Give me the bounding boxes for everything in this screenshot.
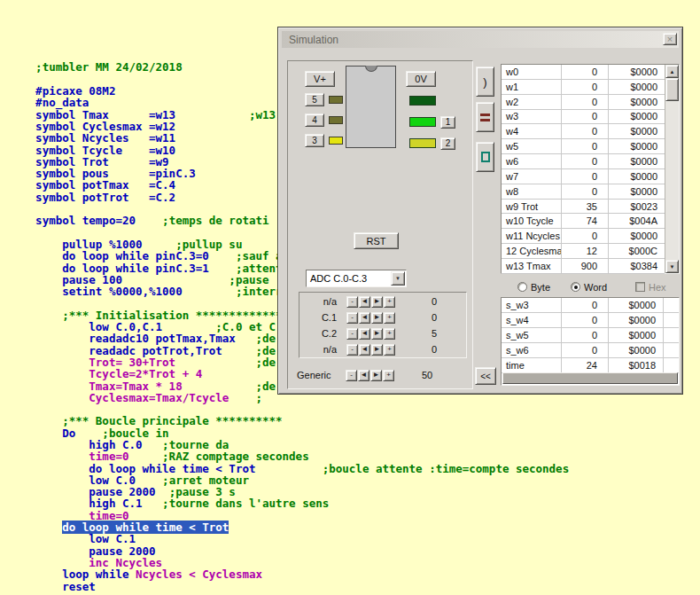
storage-row[interactable]: s_w3 0 $0000 <box>502 298 679 313</box>
adc-minus-button[interactable]: - <box>346 296 358 308</box>
code-line: Do ;boucle in <box>9 403 569 415</box>
adc-plus-button[interactable]: + <box>384 296 395 308</box>
code-segment: ;temps de rotati <box>136 214 269 227</box>
generic-plus-button[interactable]: + <box>383 370 394 381</box>
stop-button[interactable] <box>476 142 494 172</box>
horizontal-scrollbar[interactable] <box>502 372 678 384</box>
hex-label: Hex <box>649 282 666 293</box>
adc-minus-button[interactable]: - <box>346 312 358 324</box>
register-row[interactable]: w5 0 $0000 <box>502 139 665 154</box>
adc-minus-button[interactable]: - <box>346 344 358 356</box>
pin-led <box>329 137 343 145</box>
generic-label: Generic <box>297 370 337 380</box>
adc-plus-button[interactable]: + <box>384 328 395 340</box>
register-row[interactable]: w6 0 $0000 <box>502 154 665 169</box>
register-dec-value: 0 <box>562 139 609 153</box>
register-hex-value: $0000 <box>609 65 665 79</box>
storage-hex-value: $0000 <box>609 298 664 312</box>
generic-value: 50 <box>422 370 432 380</box>
chip-sim-panel: V+ 0V 5 4 3 1 <box>287 60 473 389</box>
run-button[interactable]: ) <box>476 67 494 97</box>
storage-dec-value: 0 <box>562 298 609 312</box>
storage-name: s_w4 <box>502 313 562 327</box>
generic-step-up-icon[interactable]: ► <box>370 370 382 381</box>
register-row[interactable]: w9 Trot 35 $0023 <box>502 200 665 215</box>
adc-step-down-icon[interactable]: ◄ <box>359 312 370 324</box>
register-hex-value: $004A <box>609 214 665 228</box>
storage-hex-value: $0000 <box>609 328 664 342</box>
rst-button[interactable]: RST <box>354 232 399 249</box>
register-row[interactable]: w11 Ncycles 0 $0000 <box>502 229 665 244</box>
hex-checkbox[interactable]: Hex <box>635 281 666 293</box>
scroll-down-icon[interactable]: ▼ <box>665 260 679 273</box>
code-segment: ;tumbler MM 24/02/2018 <box>35 60 183 74</box>
register-name: w1 <box>502 80 562 94</box>
generic-minus-button[interactable]: - <box>346 370 357 381</box>
adc-row: C.2 - ◄ ► + 5 <box>299 325 466 341</box>
register-row[interactable]: w2 0 $0000 <box>502 95 665 110</box>
code-segment: Cyclesmax=Tmax/Tcycle <box>35 391 229 404</box>
storage-row[interactable]: s_w6 0 $0000 <box>502 343 679 358</box>
register-row[interactable]: w7 0 $0000 <box>502 169 665 184</box>
adc-channel-label: n/a <box>299 344 337 355</box>
byte-radio[interactable]: Byte <box>517 281 550 293</box>
adc-selector[interactable]: ADC C.0-C.3 ▼ <box>306 270 407 287</box>
register-dec-value: 900 <box>562 259 609 273</box>
code-segment: symbol tempo=20 <box>35 214 136 227</box>
storage-filler-cell <box>664 298 679 312</box>
adc-step-down-icon[interactable]: ◄ <box>359 344 370 356</box>
adc-minus-button[interactable]: - <box>346 328 358 340</box>
register-row[interactable]: w0 0 $0000 <box>502 65 665 80</box>
adc-step-down-icon[interactable]: ◄ <box>359 296 370 308</box>
adc-plus-button[interactable]: + <box>384 344 395 356</box>
register-row[interactable]: w1 0 $0000 <box>502 80 665 95</box>
register-row[interactable]: w13 Tmax 900 $0384 <box>502 259 665 274</box>
generic-step-down-icon[interactable]: ◄ <box>358 370 369 381</box>
register-hex-value: $0000 <box>609 95 665 109</box>
pin-toggle-button[interactable]: 3 <box>305 134 324 147</box>
adc-step-up-icon[interactable]: ► <box>371 328 383 340</box>
scrollbar[interactable]: ▲ ▼ <box>665 65 679 273</box>
register-name: w2 <box>502 95 562 109</box>
scroll-thumb[interactable] <box>665 78 679 101</box>
storage-name: s_w3 <box>502 298 562 312</box>
pin-toggle-button[interactable]: 4 <box>305 114 324 127</box>
register-name: w11 Ncycles <box>502 229 562 243</box>
storage-name: s_w6 <box>502 343 562 357</box>
register-row[interactable]: w3 0 $0000 <box>502 110 665 125</box>
register-hex-value: $0000 <box>609 154 665 168</box>
register-row[interactable]: 12 Cyclesma 12 $000C <box>502 244 665 259</box>
stop-icon <box>481 152 490 162</box>
register-hex-value: $0000 <box>609 169 665 184</box>
scroll-up-icon[interactable]: ▲ <box>665 65 679 78</box>
close-icon[interactable]: × <box>663 33 677 45</box>
adc-selector-value: ADC C.0-C.3 <box>307 273 391 284</box>
storage-row[interactable]: s_w5 0 $0000 <box>502 328 679 343</box>
pin-toggle-button[interactable]: 5 <box>305 93 324 106</box>
register-dec-value: 0 <box>562 110 609 124</box>
adc-plus-button[interactable]: + <box>384 312 395 324</box>
register-row[interactable]: w10 Tcycle 74 $004A <box>502 214 665 229</box>
collapse-button[interactable]: << <box>475 367 496 385</box>
adc-step-up-icon[interactable]: ► <box>371 312 383 324</box>
dropdown-arrow-icon[interactable]: ▼ <box>391 271 405 286</box>
register-row[interactable]: w4 0 $0000 <box>502 124 665 139</box>
register-row[interactable]: w8 0 $0000 <box>502 184 665 200</box>
register-dec-value: 0 <box>562 95 609 109</box>
register-dec-value: 0 <box>562 80 609 94</box>
pin-label-button[interactable]: 2 <box>440 137 455 150</box>
storage-row[interactable]: s_w4 0 $0000 <box>502 313 679 328</box>
titlebar[interactable]: Simulation × <box>282 31 679 48</box>
adc-step-up-icon[interactable]: ► <box>371 344 383 356</box>
pin-label-button[interactable]: 1 <box>440 116 455 129</box>
storage-row[interactable]: time 24 $0018 <box>502 358 679 373</box>
adc-channel-label: n/a <box>299 296 337 307</box>
pause-button[interactable] <box>476 102 494 132</box>
register-dec-value: 0 <box>562 154 609 168</box>
word-radio[interactable]: Word <box>571 281 607 293</box>
register-dec-value: 0 <box>562 65 609 79</box>
zerov-button[interactable]: 0V <box>406 71 436 87</box>
adc-step-down-icon[interactable]: ◄ <box>359 328 370 340</box>
vplus-button[interactable]: V+ <box>305 71 335 87</box>
adc-step-up-icon[interactable]: ► <box>371 296 383 308</box>
